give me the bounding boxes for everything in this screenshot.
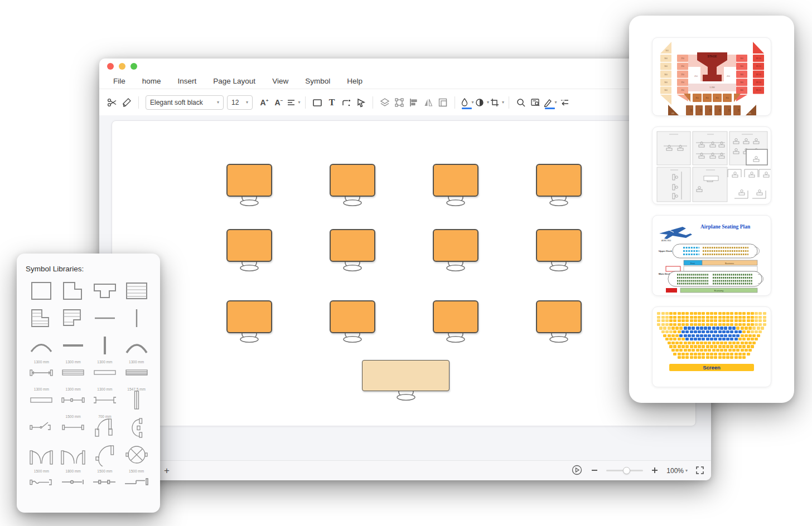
symbol-wall-thick-horizontal[interactable] (57, 332, 89, 359)
fill-color-icon[interactable]: ▾ (460, 95, 474, 110)
student-desk-top[interactable] (536, 229, 582, 262)
symbol-wall-connector-double[interactable]: 1500 mm (89, 469, 121, 496)
student-desk-top[interactable] (433, 164, 478, 197)
close-button[interactable] (107, 63, 114, 70)
menu-help[interactable]: Help (339, 77, 371, 85)
connector-style-icon[interactable] (557, 95, 572, 110)
student-desk[interactable] (226, 164, 272, 209)
frame-icon[interactable] (436, 95, 450, 110)
student-desk[interactable] (226, 229, 272, 274)
symbol-room-l-lined[interactable] (26, 305, 57, 332)
text-align-icon[interactable]: ▾ (286, 95, 301, 110)
flip-mirror-icon[interactable] (421, 95, 436, 110)
symbol-wall-vertical[interactable] (120, 305, 152, 332)
presentation-play-icon[interactable] (571, 464, 583, 477)
template-airplane-seating-plan[interactable]: Airplane Seating PlanA380-800Upper DeckF… (652, 215, 771, 296)
student-desk-top[interactable] (433, 300, 478, 333)
menu-insert[interactable]: Insert (170, 77, 205, 85)
connector-tool-icon[interactable] (339, 95, 354, 110)
zoom-button[interactable] (130, 63, 137, 70)
symbol-wall-section-lined-b[interactable]: 1300 mm (120, 359, 152, 387)
template-office-cubicle-layout[interactable] (652, 126, 771, 204)
find-replace-icon[interactable] (528, 95, 543, 110)
symbol-wall-thick-vertical[interactable] (89, 332, 121, 359)
symbol-window-tall[interactable]: 1547.5 mm (120, 387, 152, 414)
symbol-curved-wall-right[interactable] (120, 332, 152, 359)
teacher-desk[interactable] (362, 360, 450, 403)
symbol-door-single[interactable]: 700 mm (89, 414, 121, 441)
rectangle-tool-icon[interactable] (310, 95, 325, 110)
symbol-room-l-lined-alt[interactable] (57, 305, 89, 332)
zoom-search-icon[interactable] (514, 95, 528, 110)
line-color-icon[interactable]: ▾ (543, 95, 557, 110)
symbol-wall-connector[interactable]: 1800 mm (57, 469, 89, 496)
increase-font-icon[interactable]: A+ (257, 95, 272, 110)
symbol-door-opening-swing[interactable] (26, 414, 57, 441)
student-desk[interactable] (226, 300, 272, 345)
student-desk[interactable] (330, 300, 375, 345)
group-icon[interactable] (392, 95, 407, 110)
student-desk[interactable] (536, 229, 582, 274)
zoom-in-button[interactable] (651, 466, 659, 475)
student-desk[interactable] (433, 300, 478, 345)
student-desk-top[interactable] (226, 300, 272, 333)
symbol-opening-wide[interactable]: 1300 mm (89, 387, 121, 414)
menu-view[interactable]: View (264, 77, 297, 85)
symbol-wall-horizontal[interactable] (89, 305, 121, 332)
zoom-slider-thumb[interactable] (623, 467, 630, 474)
menu-page-layout[interactable]: Page Layout (205, 77, 264, 85)
text-tool-icon[interactable]: T (325, 95, 339, 110)
symbol-wall-wavy[interactable]: 1500 mm (26, 469, 57, 496)
symbol-wall-section-plain[interactable]: 1300 mm (26, 387, 57, 414)
student-desk-top[interactable] (330, 164, 375, 197)
student-desk-top[interactable] (226, 164, 272, 197)
symbol-door-revolving[interactable] (120, 441, 152, 469)
student-desk[interactable] (536, 164, 582, 209)
symbol-door-double-uneven[interactable] (57, 441, 89, 469)
student-desk-top[interactable] (226, 229, 272, 262)
zoom-level[interactable]: 100% (666, 467, 684, 475)
symbol-wall-offset[interactable]: 1500 mm (120, 469, 152, 496)
symbol-dimension-line[interactable]: 1300 mm (26, 359, 57, 387)
cut-icon[interactable] (105, 95, 119, 110)
zoom-slider[interactable] (606, 470, 643, 471)
crop-icon[interactable]: ▾ (489, 95, 504, 110)
student-desk-top[interactable] (433, 229, 478, 262)
symbol-wall-section-lined[interactable]: 1300 mm (57, 359, 89, 387)
pointer-tool-icon[interactable] (354, 95, 368, 110)
student-desk-top[interactable] (330, 300, 375, 333)
decrease-font-icon[interactable]: A− (272, 95, 286, 110)
student-desk-top[interactable] (536, 164, 582, 197)
template-concert-stage-seating[interactable]: 3003003003003003002502502502502503003003… (652, 37, 771, 116)
theme-select[interactable]: Elegant soft black ▾ (146, 95, 224, 110)
student-desk[interactable] (330, 164, 375, 209)
layers-icon[interactable] (378, 95, 392, 110)
symbol-room-lined[interactable] (120, 277, 152, 305)
minimize-button[interactable] (119, 63, 125, 70)
align-objects-icon[interactable] (407, 95, 421, 110)
symbol-door-arch[interactable] (120, 414, 152, 441)
symbol-room-l-shape[interactable] (57, 277, 89, 305)
menu-file[interactable]: File (105, 77, 134, 85)
teacher-desk-top[interactable] (362, 360, 450, 391)
menu-symbol[interactable]: Symbol (297, 77, 339, 85)
format-painter-icon[interactable] (119, 95, 134, 110)
student-desk[interactable] (330, 229, 375, 274)
symbol-room-t-shape[interactable] (89, 277, 121, 305)
menu-home[interactable]: home (134, 77, 170, 85)
symbol-room-square[interactable] (26, 277, 57, 305)
shadow-style-icon[interactable]: ▾ (474, 95, 489, 110)
template-theater-seating[interactable]: Screen (652, 306, 771, 387)
symbol-wall-section[interactable]: 1300 mm (89, 359, 121, 387)
symbol-door-corner[interactable] (89, 441, 121, 469)
add-page-button[interactable]: + (164, 465, 170, 476)
canvas-page[interactable] (112, 120, 696, 426)
zoom-out-button[interactable] (591, 466, 598, 475)
student-desk[interactable] (433, 229, 478, 274)
student-desk-top[interactable] (536, 300, 582, 333)
font-size-select[interactable]: 12 ▾ (227, 95, 253, 110)
student-desk-top[interactable] (330, 229, 375, 262)
symbol-opening-narrow[interactable]: 1300 mm (57, 387, 89, 414)
symbol-door-double[interactable] (26, 441, 57, 469)
fullscreen-icon[interactable] (695, 466, 704, 476)
